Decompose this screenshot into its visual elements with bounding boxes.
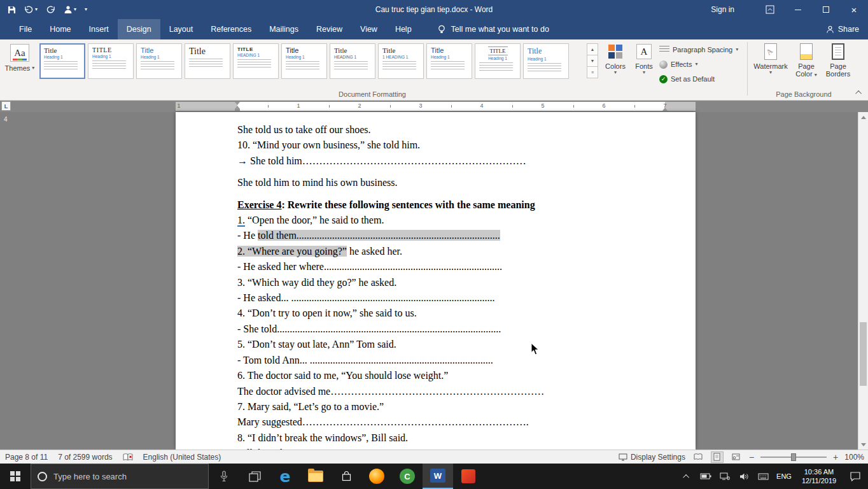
display-settings-button[interactable]: Display Settings bbox=[619, 453, 685, 462]
word-count[interactable]: 7 of 2599 words bbox=[58, 453, 112, 462]
page-indicator[interactable]: Page 8 of 11 bbox=[5, 453, 48, 462]
start-button[interactable] bbox=[0, 464, 31, 489]
clock[interactable]: 10:36 AM 12/11/2019 bbox=[795, 464, 843, 489]
doc-line[interactable]: - She told..............................… bbox=[237, 322, 669, 337]
doc-line[interactable]: 8. “I didn’t break the windows”, Bill sa… bbox=[237, 430, 669, 446]
edge-button[interactable]: e bbox=[270, 464, 300, 489]
network-button[interactable] bbox=[715, 464, 734, 489]
firefox-button[interactable] bbox=[361, 464, 392, 489]
doc-line[interactable]: 10. “Mind your own business,” she told h… bbox=[237, 138, 669, 153]
tell-me-box[interactable]: Tell me what you want to do bbox=[437, 19, 549, 39]
language-badge[interactable]: ENG bbox=[773, 464, 795, 489]
print-layout-icon[interactable] bbox=[711, 451, 724, 463]
doc-line[interactable]: 5. “Don’t stay out late, Ann” Tom said. bbox=[237, 337, 669, 352]
file-explorer-button[interactable] bbox=[300, 464, 331, 489]
read-mode-icon[interactable] bbox=[692, 451, 704, 463]
tab-view[interactable]: View bbox=[351, 19, 386, 39]
document-page[interactable]: She told us to take off our shoes.10. “M… bbox=[176, 112, 696, 450]
colors-button[interactable]: Colors ▾ bbox=[602, 42, 629, 94]
doc-line[interactable]: 2. “Where are you going?” he asked her. bbox=[237, 244, 669, 259]
sign-in-button[interactable]: Sign in bbox=[711, 5, 734, 14]
maximize-button[interactable] bbox=[812, 0, 840, 19]
tab-mailings[interactable]: Mailings bbox=[260, 19, 307, 39]
tab-insert[interactable]: Insert bbox=[80, 19, 118, 39]
doc-line[interactable]: 3. “Which way did they go?” he asked. bbox=[237, 275, 669, 290]
doc-line[interactable]: → She told him………………………………………………………… bbox=[237, 153, 669, 169]
tray-expand-button[interactable] bbox=[677, 464, 696, 489]
style-set-item-9[interactable]: TitleHeading 1 bbox=[426, 43, 472, 79]
word-taskbar-button[interactable]: W bbox=[423, 464, 453, 489]
user-icon[interactable]: ▾ bbox=[64, 5, 76, 14]
collapse-ribbon-icon[interactable] bbox=[853, 89, 865, 97]
doc-line[interactable]: - Tom told Ann... ......................… bbox=[237, 353, 669, 368]
taskbar-search[interactable]: Type here to search bbox=[31, 464, 209, 489]
style-set-item-1[interactable]: TitleHeading 1 bbox=[39, 43, 85, 79]
orange-app-button[interactable] bbox=[453, 464, 484, 489]
themes-button[interactable]: Aa Themes▾ bbox=[3, 42, 37, 96]
zoom-out-button[interactable]: − bbox=[749, 452, 754, 462]
right-indent-marker[interactable] bbox=[662, 108, 668, 111]
doc-line[interactable]: 4. “Don’t try to open it now,” she said … bbox=[237, 306, 669, 321]
proofing-icon[interactable] bbox=[123, 453, 133, 461]
style-set-item-3[interactable]: TitleHeading 1 bbox=[136, 43, 182, 79]
page-borders-button[interactable]: Page Borders bbox=[822, 42, 854, 78]
scroll-up-icon[interactable] bbox=[858, 112, 868, 122]
doc-line[interactable]: - He asked her where....................… bbox=[237, 259, 669, 274]
web-layout-icon[interactable] bbox=[730, 451, 743, 463]
scrollbar-thumb[interactable] bbox=[860, 322, 867, 386]
horizontal-ruler[interactable]: 11234567 bbox=[176, 102, 696, 111]
volume-button[interactable] bbox=[734, 464, 753, 489]
style-set-item-5[interactable]: TITLEHEADING 1 bbox=[233, 43, 279, 79]
page-color-button[interactable]: Page Color ▾ bbox=[792, 42, 821, 78]
set-as-default-button[interactable]: ✓ Set as Default bbox=[659, 74, 745, 84]
scroll-down-icon[interactable] bbox=[858, 439, 868, 450]
style-set-item-7[interactable]: TitleHEADING 1 bbox=[330, 43, 375, 79]
watermark-button[interactable]: A Watermark ▾ bbox=[752, 42, 789, 75]
customize-qat-icon[interactable]: ▾ bbox=[85, 7, 87, 12]
doc-line[interactable]: 7. Mary said, “Let’s go to a movie.” bbox=[237, 399, 669, 415]
gallery-up-icon[interactable]: ▲ bbox=[587, 43, 598, 55]
doc-line[interactable]: The doctor advised me…………………………………………………… bbox=[237, 384, 669, 399]
battery-button[interactable] bbox=[696, 464, 715, 489]
save-icon[interactable] bbox=[8, 6, 16, 14]
zoom-slider[interactable] bbox=[760, 453, 827, 462]
tab-layout[interactable]: Layout bbox=[160, 19, 202, 39]
fonts-button[interactable]: A Fonts ▾ bbox=[631, 42, 657, 94]
language-indicator[interactable]: English (United States) bbox=[143, 453, 221, 462]
tab-design[interactable]: Design bbox=[118, 19, 160, 39]
doc-line[interactable]: Mary suggested…………………………………………………………. bbox=[237, 415, 669, 430]
vertical-scrollbar[interactable] bbox=[858, 112, 868, 450]
effects-button[interactable]: Effects ▾ bbox=[659, 59, 745, 69]
tab-home[interactable]: Home bbox=[41, 19, 80, 39]
share-button[interactable]: Share bbox=[826, 19, 859, 39]
action-center-button[interactable] bbox=[843, 464, 868, 489]
tab-references[interactable]: References bbox=[202, 19, 260, 39]
tab-help[interactable]: Help bbox=[386, 19, 421, 39]
first-line-indent-marker[interactable] bbox=[235, 102, 240, 105]
user-dropdown-icon[interactable]: ▾ bbox=[74, 7, 76, 12]
doc-line[interactable]: - He told them..........................… bbox=[237, 228, 669, 243]
zoom-in-button[interactable]: + bbox=[833, 452, 838, 462]
style-set-item-2[interactable]: TITLEHeading 1 bbox=[88, 43, 134, 79]
touch-keyboard-button[interactable] bbox=[753, 464, 773, 489]
task-view-button[interactable] bbox=[239, 464, 270, 489]
style-set-item-11[interactable]: TitleHeading 1 bbox=[523, 43, 569, 79]
zoom-level[interactable]: 100% bbox=[844, 453, 864, 462]
tab-file[interactable]: File bbox=[10, 19, 41, 39]
style-set-item-8[interactable]: Title1 HEADING 1 bbox=[378, 43, 424, 79]
gallery-down-icon[interactable]: ▼ bbox=[587, 55, 598, 67]
tab-review[interactable]: Review bbox=[307, 19, 351, 39]
undo-icon[interactable]: ▾ bbox=[24, 6, 38, 14]
gallery-more-icon[interactable]: ≡ bbox=[587, 66, 598, 78]
style-set-item-10[interactable]: TITLEHeading 1 bbox=[475, 43, 521, 79]
minimize-button[interactable] bbox=[784, 0, 812, 19]
doc-line[interactable]: She told him to mind his own business. bbox=[237, 175, 669, 190]
left-indent-marker[interactable] bbox=[235, 109, 240, 111]
tab-stop-selector[interactable]: L bbox=[1, 101, 11, 111]
paragraph-spacing-button[interactable]: Paragraph Spacing ▾ bbox=[659, 45, 745, 55]
style-set-item-6[interactable]: TitleHeading 1 bbox=[281, 43, 327, 79]
microphone-button[interactable] bbox=[209, 464, 239, 489]
doc-line[interactable]: 6. The doctor said to me, “You should lo… bbox=[237, 368, 669, 383]
coccoc-button[interactable]: C bbox=[392, 464, 423, 489]
doc-line[interactable]: Exercise 4: Rewrite these following sent… bbox=[237, 197, 669, 213]
